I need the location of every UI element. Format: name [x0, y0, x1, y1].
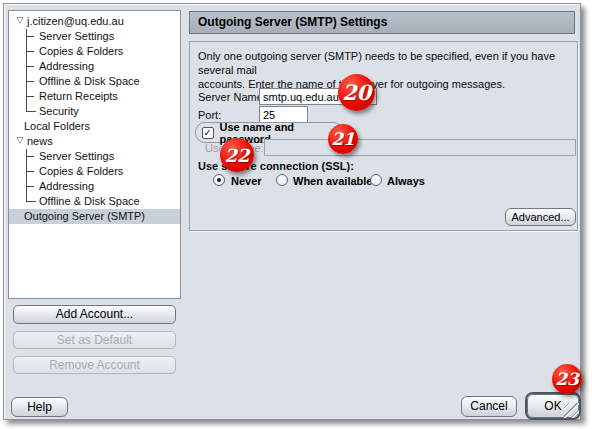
resize-grip[interactable] — [564, 403, 579, 418]
sidebar-item-return-receipts[interactable]: Return Receipts — [9, 89, 180, 104]
tree-connector — [26, 89, 36, 104]
port-label: Port: — [198, 109, 221, 121]
sidebar-item-server-settings[interactable]: Server Settings — [9, 29, 180, 44]
sidebar-item-security[interactable]: Security — [9, 104, 180, 119]
sidebar-item-local-folders[interactable]: Local Folders — [9, 119, 180, 134]
tree-connector — [26, 59, 36, 74]
sidebar-item-account-news[interactable]: ▽ news — [9, 134, 180, 149]
sidebar-item-label: Copies & Folders — [39, 164, 123, 179]
account-settings-dialog: ▽ j.citizen@uq.edu.au Server Settings Co… — [3, 3, 581, 420]
user-name-input — [264, 139, 576, 156]
sidebar-item-label: Server Settings — [39, 29, 114, 44]
cancel-button[interactable]: Cancel — [461, 396, 517, 417]
panel-description: Only one outgoing server (SMTP) needs to… — [198, 49, 572, 91]
ssl-never-label: Never — [231, 174, 262, 188]
sidebar-item-label: Outgoing Server (SMTP) — [24, 209, 145, 224]
sidebar-item-label: Addressing — [39, 59, 94, 74]
use-name-password-checkbox[interactable]: ✓ — [202, 127, 214, 139]
ssl-radio-group: Never When available Always — [190, 174, 577, 190]
callout-badge-23: 23 — [552, 364, 582, 394]
sidebar-item-account-mail[interactable]: ▽ j.citizen@uq.edu.au — [9, 14, 180, 29]
callout-badge-20: 20 — [338, 74, 375, 111]
tree-connector — [26, 149, 36, 164]
sidebar-item-news-server-settings[interactable]: Server Settings — [9, 149, 180, 164]
help-button[interactable]: Help — [11, 397, 68, 417]
sidebar-item-news-offline-disk-space[interactable]: Offline & Disk Space — [9, 194, 180, 209]
ssl-always-label: Always — [387, 174, 425, 188]
account-tree: ▽ j.citizen@uq.edu.au Server Settings Co… — [8, 10, 181, 299]
tree-connector — [26, 74, 36, 89]
sidebar-item-copies-folders[interactable]: Copies & Folders — [9, 44, 180, 59]
advanced-button[interactable]: Advanced... — [505, 208, 576, 226]
sidebar-item-label: news — [27, 134, 53, 149]
sidebar-item-label: Local Folders — [24, 119, 90, 134]
sidebar-item-label: Addressing — [39, 179, 94, 194]
sidebar-item-label: Server Settings — [39, 149, 114, 164]
ssl-when-available-radio[interactable] — [276, 174, 288, 186]
tree-connector — [26, 179, 36, 194]
callout-badge-21: 21 — [328, 124, 358, 154]
sidebar-item-label: Offline & Disk Space — [39, 74, 140, 89]
panel-title: Outgoing Server (SMTP) Settings — [189, 11, 575, 34]
radio-dot — [217, 178, 221, 182]
sidebar-item-news-copies-folders[interactable]: Copies & Folders — [9, 164, 180, 179]
tree-connector — [26, 44, 36, 59]
tree-connector — [26, 29, 36, 44]
server-name-label: Server Name: — [198, 91, 266, 103]
sidebar-item-outgoing-server-smtp[interactable]: Outgoing Server (SMTP) — [9, 209, 180, 224]
sidebar-item-news-addressing[interactable]: Addressing — [9, 179, 180, 194]
sidebar-item-addressing[interactable]: Addressing — [9, 59, 180, 74]
sidebar-item-label: Security — [39, 104, 79, 119]
ssl-when-available-label: When available — [293, 174, 372, 188]
add-account-button[interactable]: Add Account... — [13, 305, 176, 324]
ssl-always-radio[interactable] — [370, 174, 382, 186]
sidebar-item-label: Return Receipts — [39, 89, 118, 104]
sidebar-item-label: Offline & Disk Space — [39, 194, 140, 209]
remove-account-button: Remove Account — [13, 356, 176, 374]
disclosure-triangle-icon[interactable]: ▽ — [14, 133, 26, 148]
sidebar-item-label: Copies & Folders — [39, 44, 123, 59]
sidebar-item-label: j.citizen@uq.edu.au — [27, 14, 124, 29]
ssl-never-radio[interactable] — [213, 174, 225, 186]
callout-badge-22: 22 — [220, 138, 254, 172]
disclosure-triangle-icon[interactable]: ▽ — [14, 13, 26, 28]
smtp-settings-panel: Only one outgoing server (SMTP) needs to… — [189, 41, 578, 231]
sidebar-item-offline-disk-space[interactable]: Offline & Disk Space — [9, 74, 180, 89]
set-as-default-button: Set as Default — [13, 331, 176, 349]
tree-connector — [26, 164, 36, 179]
tree-connector — [26, 194, 36, 202]
description-line1: Only one outgoing server (SMTP) needs to… — [198, 50, 555, 76]
tree-connector — [26, 104, 36, 112]
